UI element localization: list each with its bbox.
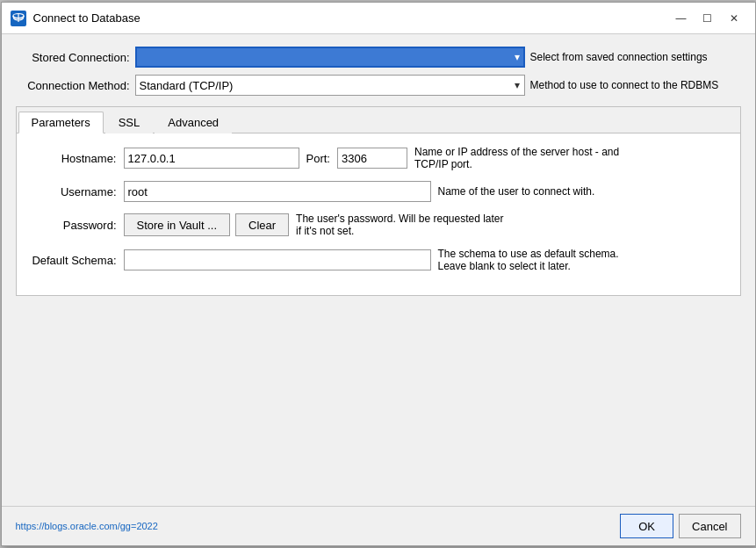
default-schema-hint: The schema to use as default schema. Lea…	[438, 248, 649, 272]
connection-method-row: Connection Method: Standard (TCP/IP) Sta…	[16, 75, 741, 96]
cancel-button[interactable]: Cancel	[679, 514, 740, 538]
hostname-label: Hostname:	[29, 152, 117, 165]
clear-password-button[interactable]: Clear	[235, 213, 289, 236]
spacer	[16, 303, 741, 494]
titlebar: Connect to Database — ☐ ✕	[2, 3, 755, 34]
password-row: Password: Store in Vault ... Clear The u…	[29, 213, 728, 237]
default-schema-row: Default Schema: The schema to use as def…	[29, 248, 728, 272]
hostname-input[interactable]	[124, 148, 299, 169]
hostname-row: Hostname: Port: Name or IP address of th…	[29, 146, 728, 170]
username-hint: Name of the user to connect with.	[438, 185, 595, 198]
port-input[interactable]	[337, 148, 407, 169]
tab-parameters[interactable]: Parameters	[18, 112, 104, 133]
tab-advanced[interactable]: Advanced	[155, 112, 232, 133]
minimize-button[interactable]: —	[669, 9, 694, 28]
tab-parameters-content: Hostname: Port: Name or IP address of th…	[17, 133, 740, 295]
stored-connection-hint: Select from saved connection settings	[530, 51, 741, 63]
stored-connection-control: Select from saved connection settings	[135, 47, 741, 68]
default-schema-label: Default Schema:	[29, 254, 117, 267]
default-schema-input[interactable]	[124, 249, 431, 270]
app-icon	[11, 11, 26, 26]
hostname-hint: Name or IP address of the server host - …	[414, 146, 625, 170]
stored-connection-row: Stored Connection: Select from saved con…	[16, 47, 741, 68]
connection-method-select-wrapper: Standard (TCP/IP) Standard (TCP/IP) over…	[135, 75, 525, 96]
stored-connection-select-wrapper	[135, 47, 525, 68]
stored-connection-select[interactable]	[135, 47, 525, 68]
connection-method-control: Standard (TCP/IP) Standard (TCP/IP) over…	[135, 75, 741, 96]
connection-method-select[interactable]: Standard (TCP/IP) Standard (TCP/IP) over…	[135, 75, 525, 96]
close-button[interactable]: ✕	[722, 9, 746, 28]
stored-connection-label: Stored Connection:	[16, 51, 130, 64]
dialog-content: Stored Connection: Select from saved con…	[2, 34, 755, 506]
footer-link[interactable]: https://blogs.oracle.com/gg=2022	[16, 521, 158, 531]
connection-method-hint: Method to use to connect to the RDBMS	[530, 79, 741, 91]
port-label: Port:	[306, 152, 330, 165]
window-title: Connect to Database	[33, 11, 669, 25]
connection-method-label: Connection Method:	[16, 79, 130, 92]
tab-ssl[interactable]: SSL	[105, 112, 154, 133]
maximize-button[interactable]: ☐	[695, 9, 720, 28]
store-in-vault-button[interactable]: Store in Vault ...	[124, 213, 231, 236]
username-label: Username:	[29, 185, 117, 198]
username-input[interactable]	[124, 181, 431, 202]
username-row: Username: Name of the user to connect wi…	[29, 181, 728, 202]
main-window: Connect to Database — ☐ ✕ Stored Connect…	[1, 2, 756, 546]
dialog-footer: https://blogs.oracle.com/gg=2022 OK Canc…	[2, 506, 755, 545]
password-buttons: Store in Vault ... Clear	[124, 213, 290, 236]
password-label: Password:	[29, 219, 117, 232]
tab-header: Parameters SSL Advanced	[17, 107, 740, 133]
ok-button[interactable]: OK	[620, 514, 673, 538]
password-hint: The user's password. Will be requested l…	[296, 213, 507, 237]
tabs-container: Parameters SSL Advanced Hostname: Port: …	[16, 106, 741, 296]
window-controls: — ☐ ✕	[669, 9, 746, 28]
